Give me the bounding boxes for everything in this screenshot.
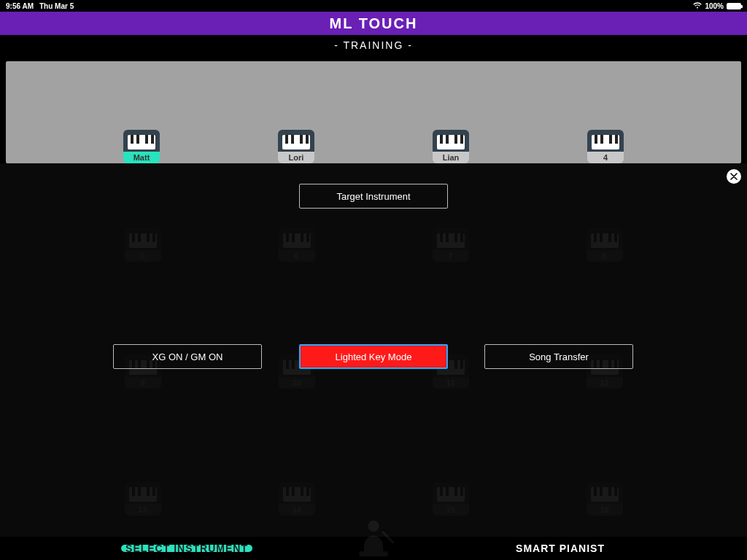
profile-card-matt[interactable]: Matt: [123, 130, 160, 163]
settings-overlay: 5 6 7 8 9 10 11 12 13 14 15 16 Target In…: [0, 163, 747, 537]
section-title: - TRAINING -: [334, 39, 413, 51]
profile-card-4[interactable]: 4: [587, 130, 624, 163]
piano-icon: [278, 130, 314, 152]
button-label: Lighted Key Mode: [336, 351, 412, 362]
profile-label: Matt: [123, 152, 160, 163]
tab-label: SMART PIANIST: [516, 542, 605, 554]
piano-icon: [433, 130, 469, 152]
status-bar: 9:56 AM Thu Mar 5 100%: [0, 0, 747, 12]
profile-strip: Matt Lori Lian 4: [6, 61, 741, 163]
status-time: 9:56 AM: [6, 2, 34, 10]
tab-label: SELECT INSTRUMENT: [125, 542, 248, 554]
wifi-icon: [693, 2, 702, 10]
main-content: Matt Lori Lian 4 5 6 7 8 9 10 11 12 13 1…: [0, 55, 747, 537]
svg-point-0: [368, 521, 379, 532]
app-title: ML TOUCH: [330, 15, 418, 32]
profile-label: Lian: [433, 152, 469, 163]
song-transfer-button[interactable]: Song Transfer: [484, 344, 633, 369]
button-label: XG ON / GM ON: [152, 351, 223, 362]
app-header: ML TOUCH: [0, 12, 747, 35]
close-icon: [730, 173, 738, 180]
battery-icon: [727, 3, 741, 9]
tab-smart-pianist[interactable]: SMART PIANIST: [374, 542, 747, 554]
battery-percent: 100%: [705, 2, 724, 10]
profile-label: 4: [587, 152, 624, 163]
piano-icon: [123, 130, 160, 152]
profile-card-lori[interactable]: Lori: [278, 130, 314, 163]
piano-icon: [587, 130, 624, 152]
close-button[interactable]: [727, 169, 741, 184]
profile-label: Lori: [278, 152, 314, 163]
status-date: Thu Mar 5: [39, 2, 74, 10]
button-label: Song Transfer: [529, 351, 589, 362]
lighted-key-mode-button[interactable]: Lighted Key Mode: [299, 344, 448, 369]
tab-select-instrument[interactable]: SELECT INSTRUMENT: [0, 542, 374, 554]
target-instrument-button[interactable]: Target Instrument: [299, 184, 448, 209]
xg-gm-button[interactable]: XG ON / GM ON: [113, 344, 262, 369]
profile-card-lian[interactable]: Lian: [433, 130, 469, 163]
section-header: - TRAINING -: [0, 35, 747, 55]
button-label: Target Instrument: [336, 191, 410, 202]
